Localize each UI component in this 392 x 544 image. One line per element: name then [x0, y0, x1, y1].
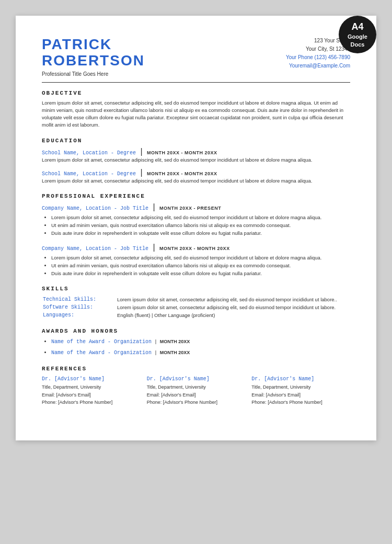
- edu-dates-2: MONTH 20XX - MONTH 20XX: [147, 171, 217, 176]
- exp-bullets-2: Lorem ipsum dolor sit amet, consectetur …: [51, 254, 350, 278]
- objective-section: OBJECTIVE Lorem ipsum dolor sit amet, co…: [42, 90, 350, 129]
- ref-col-1: Dr. [Advisor's Name] Title, Department, …: [42, 375, 141, 406]
- header-left: PATRICK ROBERTSON Professional Title Goe…: [42, 37, 145, 77]
- exp-entry-2: Company Name, Location - Job Title | MON…: [42, 243, 350, 278]
- skill-row-2: Languages: English (fluent) | Other Lang…: [43, 312, 349, 319]
- education-section: EDUCATION School Name, Location - Degree…: [42, 138, 350, 185]
- exp-company-1: Company Name, Location - Job Title: [42, 206, 148, 211]
- exp-bullet-2-3: Duis aute irure dolor in reprehenderit i…: [51, 269, 350, 277]
- exp-bullet-1-3: Duis aute irure dolor in reprehenderit i…: [51, 229, 350, 237]
- exp-company-2: Company Name, Location - Job Title: [42, 246, 148, 252]
- candidate-name: PATRICK ROBERTSON: [42, 37, 145, 69]
- resume-header: PATRICK ROBERTSON Professional Title Goe…: [42, 37, 350, 77]
- exp-bullet-2-1: Lorem ipsum dolor sit amet, consectetur …: [51, 254, 350, 262]
- ref-col-2: Dr. [Advisor's Name] Title, Department, …: [147, 375, 246, 406]
- exp-bullet-2-2: Ut enim ad minim veniam, quis nostrud ex…: [51, 262, 350, 269]
- exp-header-1: Company Name, Location - Job Title | MON…: [42, 202, 350, 212]
- awards-list: Name of the Award - Organization | MONTH…: [51, 337, 350, 357]
- city-state: Your City, St 12345: [286, 45, 350, 53]
- skill-label-2: Languages:: [43, 312, 116, 319]
- exp-dates-1: MONTH 20XX - PRESENT: [159, 206, 221, 211]
- edu-desc-1: Lorem ipsum dolor sit amet, consectetur …: [42, 156, 350, 164]
- professional-title: Professional Title Goes Here: [42, 71, 145, 77]
- edu-header-2: School Name, Location - Degree | MONTH 2…: [42, 168, 350, 177]
- badge-size: A4: [351, 21, 363, 33]
- edu-entry-2: School Name, Location - Degree | MONTH 2…: [42, 168, 350, 185]
- objective-body: Lorem ipsum dolor sit amet, consectetur …: [42, 99, 350, 129]
- ref-phone-2: Phone: [Advisor's Phone Number]: [147, 399, 246, 406]
- award-name-1: Name of the Award - Organization: [51, 339, 152, 345]
- name-line1: PATRICK: [42, 36, 112, 52]
- skills-title: SKILLS: [42, 286, 350, 292]
- experience-section: PROFESSIONAL EXPERIENCE Company Name, Lo…: [42, 193, 350, 277]
- objective-title: OBJECTIVE: [42, 90, 350, 96]
- ref-phone-3: Phone: [Advisor's Phone Number]: [251, 399, 350, 406]
- award-entry-2: Name of the Award - Organization | MONTH…: [51, 348, 350, 357]
- ref-email-2: Email: [Advisor's Email]: [147, 391, 246, 399]
- ref-email-1: Email: [Advisor's Email]: [42, 391, 141, 399]
- award-date-1: MONTH 20XX: [160, 339, 190, 344]
- header-divider: [42, 82, 350, 83]
- edu-dates-1: MONTH 20XX - MONTH 20XX: [147, 150, 217, 155]
- exp-bullet-1-2: Ut enim ad minim veniam, quis nostrud ex…: [51, 221, 350, 229]
- award-date-2: MONTH 20XX: [160, 350, 190, 355]
- references-section: REFERENCES Dr. [Advisor's Name] Title, D…: [42, 366, 350, 406]
- references-title: REFERENCES: [42, 366, 350, 372]
- edu-entry-1: School Name, Location - Degree | MONTH 2…: [42, 147, 350, 164]
- references-grid: Dr. [Advisor's Name] Title, Department, …: [42, 375, 350, 406]
- name-line2: ROBERTSON: [42, 52, 145, 69]
- award-name-2: Name of the Award - Organization: [51, 350, 152, 356]
- ref-name-2: Dr. [Advisor's Name]: [147, 375, 246, 383]
- education-title: EDUCATION: [42, 138, 350, 144]
- edu-header-1: School Name, Location - Degree | MONTH 2…: [42, 147, 350, 156]
- exp-header-2: Company Name, Location - Job Title | MON…: [42, 243, 350, 252]
- exp-bullet-1-1: Lorem ipsum dolor sit amet, consectetur …: [51, 213, 350, 221]
- edu-school-2: School Name, Location - Degree: [42, 171, 136, 177]
- exp-dates-2: MONTH 20XX - MONTH 20XX: [159, 246, 230, 251]
- skills-table: Technical Skills: Lorem ipsum dolor sit …: [42, 295, 350, 320]
- skills-section: SKILLS Technical Skills: Lorem ipsum dol…: [42, 286, 350, 320]
- ref-title-2: Title, Department, University: [147, 383, 246, 391]
- edu-school-1: School Name, Location - Degree: [42, 150, 136, 156]
- edu-desc-2: Lorem ipsum dolor sit amet, consectetur …: [42, 177, 350, 185]
- exp-entry-1: Company Name, Location - Job Title | MON…: [42, 202, 350, 237]
- exp-bullets-1: Lorem ipsum dolor sit amet, consectetur …: [51, 213, 350, 237]
- ref-title-3: Title, Department, University: [251, 383, 350, 391]
- skill-label-1: Software Skills:: [43, 304, 116, 311]
- ref-name-3: Dr. [Advisor's Name]: [251, 375, 350, 383]
- ref-name-1: Dr. [Advisor's Name]: [42, 375, 141, 383]
- skill-value-1: Lorem ipsum dolor sit amet, consectetur …: [117, 304, 349, 311]
- ref-phone-1: Phone: [Advisor's Phone Number]: [42, 399, 141, 406]
- skill-row-1: Software Skills: Lorem ipsum dolor sit a…: [43, 304, 349, 311]
- email: Youremail@Example.Com: [286, 62, 350, 70]
- skill-value-2: English (fluent) | Other Language (profi…: [117, 312, 349, 319]
- skill-label-0: Technical Skills:: [43, 296, 116, 303]
- ref-email-3: Email: [Advisor's Email]: [251, 391, 350, 399]
- phone: Your Phone (123) 456-7890: [286, 53, 350, 62]
- ref-col-3: Dr. [Advisor's Name] Title, Department, …: [251, 375, 350, 406]
- skill-row-0: Technical Skills: Lorem ipsum dolor sit …: [43, 296, 349, 303]
- badge-platform: Google: [348, 33, 367, 40]
- a4-badge: A4 Google Docs: [339, 16, 376, 53]
- awards-title: AWARDS AND HONORS: [42, 328, 350, 334]
- badge-type: Docs: [351, 41, 365, 48]
- resume-page: A4 Google Docs PATRICK ROBERTSON Profess…: [16, 16, 376, 440]
- ref-title-1: Title, Department, University: [42, 383, 141, 391]
- awards-section: AWARDS AND HONORS Name of the Award - Or…: [42, 328, 350, 357]
- experience-title: PROFESSIONAL EXPERIENCE: [42, 193, 350, 199]
- skill-value-0: Lorem ipsum dolor sit amet, consectetur …: [117, 296, 349, 303]
- award-entry-1: Name of the Award - Organization | MONTH…: [51, 337, 350, 346]
